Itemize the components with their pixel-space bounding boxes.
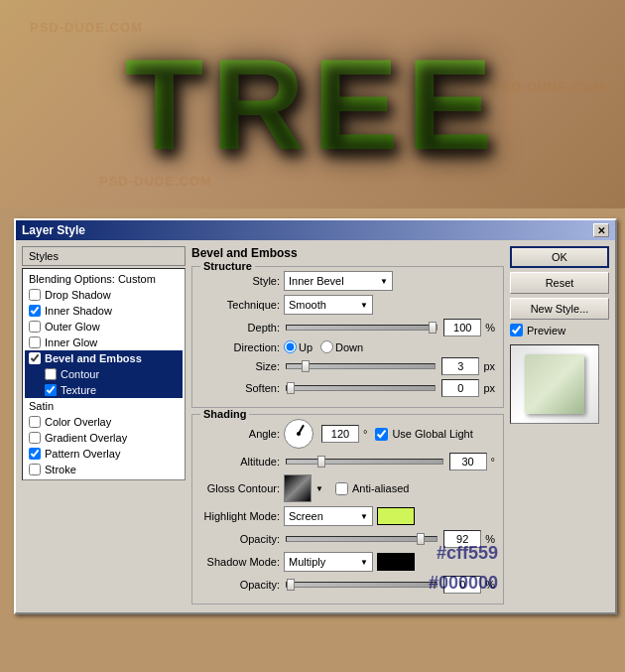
preview-checkbox[interactable] <box>510 324 523 336</box>
shadow-color-swatch[interactable] <box>377 553 415 571</box>
angle-unit: ° <box>363 428 367 440</box>
style-select[interactable]: Inner Bevel ▼ <box>284 271 393 291</box>
inner-shadow-checkbox[interactable] <box>29 305 41 317</box>
preview-row: Preview <box>510 324 609 336</box>
soften-input[interactable]: 0 <box>441 379 479 397</box>
global-light-checkbox[interactable] <box>375 428 388 441</box>
style-select-arrow: ▼ <box>380 277 388 286</box>
structure-section: Structure Style: Inner Bevel ▼ Technique… <box>191 266 504 408</box>
size-thumb[interactable] <box>302 360 310 372</box>
style-row: Style: Inner Bevel ▼ <box>200 271 495 291</box>
highlight-opacity-label: Opacity: <box>200 533 280 545</box>
highlight-opacity-slider[interactable] <box>286 536 438 542</box>
layer-list: Blending Options: Custom Drop Shadow Inn… <box>22 268 186 480</box>
depth-slider[interactable] <box>286 325 438 331</box>
sidebar-item-pattern-overlay[interactable]: Pattern Overlay <box>25 446 183 462</box>
preview-box <box>510 344 599 424</box>
direction-radio-group: Up Down <box>284 340 363 353</box>
size-unit: px <box>483 360 495 372</box>
shading-label: Shading <box>200 408 249 420</box>
preview-label: Preview <box>527 325 565 336</box>
sidebar-item-texture[interactable]: Texture <box>25 382 183 398</box>
anti-aliased-checkbox[interactable] <box>335 482 348 495</box>
altitude-slider[interactable] <box>286 459 443 465</box>
sidebar-item-inner-glow[interactable]: Inner Glow <box>25 335 183 350</box>
direction-up-radio[interactable] <box>284 340 297 353</box>
sidebar-item-blending[interactable]: Blending Options: Custom <box>25 271 183 287</box>
gloss-contour-label: Gloss Contour: <box>200 482 280 494</box>
size-slider[interactable] <box>286 363 436 369</box>
direction-row: Direction: Up Down <box>200 340 495 353</box>
bevel-emboss-checkbox[interactable] <box>29 352 41 364</box>
technique-row: Technique: Smooth ▼ <box>200 295 495 315</box>
depth-row: Depth: 100 % <box>200 319 495 336</box>
shadow-opacity-slider[interactable] <box>286 582 438 588</box>
highlight-color-swatch[interactable] <box>377 507 415 525</box>
shadow-select-arrow: ▼ <box>360 558 368 567</box>
watermark-2: PSD-DUDE.COM <box>492 79 605 94</box>
contour-checkbox[interactable] <box>45 368 57 380</box>
sidebar-item-gradient-overlay[interactable]: Gradient Overlay <box>25 430 183 446</box>
technique-select-arrow: ▼ <box>360 301 368 310</box>
angle-dial[interactable] <box>284 419 313 449</box>
sidebar-item-contour[interactable]: Contour <box>25 366 183 382</box>
stroke-checkbox[interactable] <box>29 464 41 475</box>
depth-label: Depth: <box>200 322 280 334</box>
altitude-label: Altitude: <box>200 456 280 468</box>
angle-indicator <box>298 425 305 435</box>
altitude-input[interactable]: 30 <box>449 453 487 470</box>
close-button[interactable]: ✕ <box>593 223 609 237</box>
direction-down-radio[interactable] <box>320 340 333 353</box>
technique-label: Technique: <box>200 299 280 311</box>
inner-glow-checkbox[interactable] <box>29 336 41 348</box>
soften-slider[interactable] <box>286 385 436 391</box>
highlight-mode-label: Highlight Mode: <box>200 510 280 522</box>
shadow-mode-select[interactable]: Multiply ▼ <box>284 552 373 572</box>
highlight-mode-select[interactable]: Screen ▼ <box>284 506 373 526</box>
shadow-opacity-thumb[interactable] <box>287 579 295 591</box>
middle-panel: Bevel and Emboss Structure Style: Inner … <box>191 246 504 606</box>
pattern-overlay-checkbox[interactable] <box>29 448 41 460</box>
technique-select[interactable]: Smooth ▼ <box>284 295 373 315</box>
color-overlay-checkbox[interactable] <box>29 416 41 428</box>
gradient-overlay-checkbox[interactable] <box>29 432 41 444</box>
soften-thumb[interactable] <box>287 382 295 394</box>
shadow-mode-label: Shadow Mode: <box>200 556 280 568</box>
altitude-row: Altitude: 30 ° <box>200 453 495 470</box>
sidebar-item-drop-shadow[interactable]: Drop Shadow <box>25 287 183 303</box>
banner: PSD-DUDE.COM PSD-DUDE.COM PSD-DUDE.COM T… <box>0 0 625 208</box>
size-input[interactable]: 3 <box>441 357 479 375</box>
new-style-button[interactable]: New Style... <box>510 298 609 320</box>
altitude-thumb[interactable] <box>317 456 325 468</box>
gloss-contour-preview[interactable] <box>284 474 312 502</box>
size-row: Size: 3 px <box>200 357 495 375</box>
depth-thumb[interactable] <box>429 322 437 334</box>
angle-input[interactable]: 120 <box>321 425 359 443</box>
sidebar-item-outer-glow[interactable]: Outer Glow <box>25 319 183 335</box>
gloss-contour-arrow[interactable]: ▼ <box>315 484 323 493</box>
angle-row: Angle: 120 ° Use Global Light <box>200 419 495 449</box>
altitude-unit: ° <box>491 456 495 468</box>
reset-button[interactable]: Reset <box>510 272 609 294</box>
soften-unit: px <box>483 382 495 394</box>
highlight-opacity-thumb[interactable] <box>417 533 425 545</box>
outer-glow-checkbox[interactable] <box>29 321 41 333</box>
sidebar-item-satin[interactable]: Satin <box>25 398 183 414</box>
sidebar-item-stroke[interactable]: Stroke <box>25 462 183 477</box>
texture-checkbox[interactable] <box>45 384 57 396</box>
direction-up-label: Up <box>299 341 312 353</box>
soften-label: Soften: <box>200 382 280 394</box>
size-label: Size: <box>200 360 280 372</box>
sidebar-item-bevel-emboss[interactable]: Bevel and Emboss <box>25 350 183 366</box>
sidebar-item-color-overlay[interactable]: Color Overlay <box>25 414 183 430</box>
dialog-titlebar: Layer Style ✕ <box>16 220 615 240</box>
depth-input[interactable]: 100 <box>443 319 481 336</box>
styles-header[interactable]: Styles <box>22 246 186 266</box>
drop-shadow-checkbox[interactable] <box>29 289 41 301</box>
right-panel: OK Reset New Style... Preview <box>510 246 609 606</box>
ok-button[interactable]: OK <box>510 246 609 268</box>
dialog-title-text: Layer Style <box>22 223 85 237</box>
direction-up-item: Up <box>284 340 312 353</box>
shadow-opacity-label: Opacity: <box>200 579 280 591</box>
sidebar-item-inner-shadow[interactable]: Inner Shadow <box>25 303 183 319</box>
